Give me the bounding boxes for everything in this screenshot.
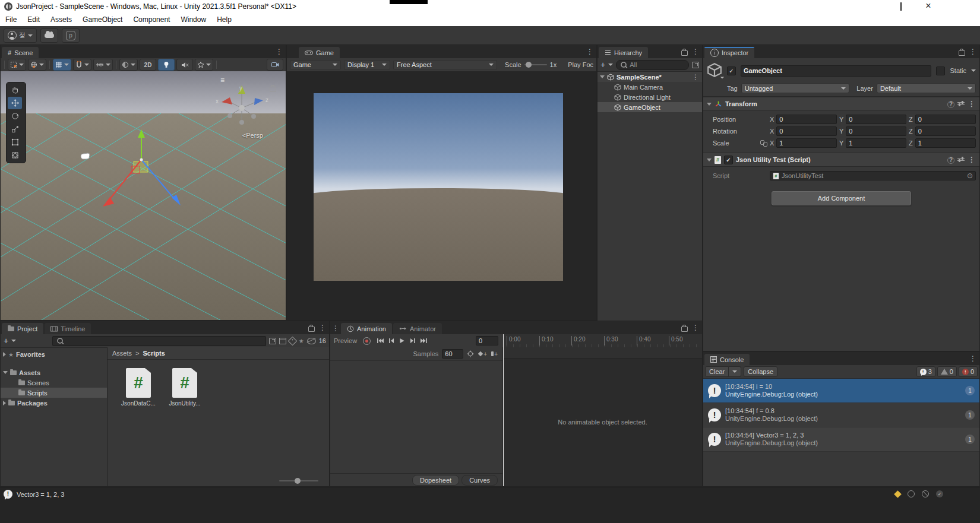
snap-toggle-dropdown[interactable] [73,59,91,71]
tab-hierarchy[interactable]: Hierarchy [599,47,648,58]
script-object-field[interactable]: JsonUtilityTest [770,171,976,180]
playhead[interactable] [503,334,504,486]
lighting-toggle[interactable] [158,59,175,71]
tree-item-scenes[interactable]: Scenes [1,378,107,388]
effects-dropdown[interactable] [195,59,213,71]
preview-toggle[interactable]: Preview [334,337,357,344]
hierarchy-scene-row[interactable]: SampleScene* [598,72,702,82]
console-entry[interactable]: [10:34:54] Vector3 = 1, 2, 3 UnityEngine… [703,427,979,452]
static-checkbox[interactable] [936,66,945,75]
hidden-count-icon[interactable] [307,338,316,344]
constrain-proportions-icon[interactable] [760,140,767,146]
gizmo-lock-icon[interactable] [270,87,276,92]
increment-snap-dropdown[interactable] [93,59,113,71]
gameobject-icon[interactable] [707,62,722,79]
status-message[interactable]: Vector3 = 1, 2, 3 [17,491,64,498]
script-enabled-checkbox[interactable] [724,156,733,164]
asset-jsondatacontainer[interactable]: JsonDataC... [119,368,157,407]
chevron-down-icon[interactable] [11,340,16,342]
open-search-window-icon[interactable] [692,62,699,68]
transform-tool[interactable] [8,149,22,161]
panel-kebab-icon[interactable] [331,324,340,332]
tree-item-assets[interactable]: Assets [1,367,107,378]
menu-help[interactable]: Help [211,15,237,24]
inspector-menu-kebab-icon[interactable] [969,47,977,56]
chevron-down-icon[interactable] [608,64,613,66]
scale-slider[interactable] [524,64,547,65]
scale-tool[interactable] [8,123,22,135]
perspective-label[interactable]: <Persp [242,132,263,139]
menu-gameobject[interactable]: GameObject [77,15,128,24]
keyframe-target-icon[interactable] [467,350,474,357]
move-gizmo[interactable] [90,119,197,214]
camera-settings-button[interactable] [267,59,283,71]
overlay-menu-icon[interactable] [220,76,225,84]
expander-icon[interactable] [707,103,712,106]
lock-icon[interactable] [681,327,688,332]
breadcrumb-current[interactable]: Scripts [143,350,165,357]
tool-select-dropdown[interactable] [8,59,26,71]
frame-field[interactable]: 0 [476,336,498,346]
help-icon[interactable] [947,156,954,164]
menu-component[interactable]: Component [128,15,175,24]
dopesheet-button[interactable]: Dopesheet [412,475,459,486]
menu-assets[interactable]: Assets [45,15,77,24]
scene-menu-kebab-icon[interactable] [275,47,283,56]
hierarchy-menu-kebab-icon[interactable] [691,47,700,56]
minimize-button[interactable] [860,0,887,13]
layer-dropdown[interactable]: Default [877,83,976,93]
maximize-button[interactable] [887,0,915,13]
collapse-button[interactable]: Collapse [744,366,777,377]
game-mode-dropdown[interactable]: Game [290,60,341,70]
collab-offline-icon[interactable] [922,490,929,497]
warning-filter-button[interactable]: 0 [937,366,957,377]
active-checkbox[interactable] [727,66,736,75]
lock-icon[interactable] [308,327,315,332]
script-component-header[interactable]: Json Utility Test (Script) [703,153,979,167]
audio-toggle[interactable] [176,59,193,71]
samples-field[interactable]: 60 [442,349,463,359]
pivot-dropdown[interactable] [28,59,46,71]
error-filter-button[interactable]: 0 [959,366,978,377]
move-tool[interactable] [8,97,22,109]
object-picker-icon[interactable] [967,172,973,180]
record-button[interactable] [363,337,371,345]
hierarchy-item-gameobject[interactable]: GameObject [598,102,702,112]
lock-icon[interactable] [959,50,965,56]
tab-animation[interactable]: Animation [341,323,392,334]
anim-play-button[interactable] [399,338,405,344]
rotate-tool[interactable] [8,110,22,122]
tab-project[interactable]: Project [2,323,43,334]
goto-start-button[interactable] [377,338,384,344]
add-keyframe-icon[interactable]: + [478,351,487,357]
preset-icon[interactable] [957,157,965,163]
rotation-y-field[interactable]: 0 [846,126,906,136]
scene-row-kebab-icon[interactable] [691,73,700,81]
menu-file[interactable]: File [0,15,22,24]
rotation-z-field[interactable]: 0 [915,126,976,136]
component-kebab-icon[interactable] [968,100,976,108]
play-focused-dropdown[interactable]: Play Foc [568,61,593,68]
previous-frame-button[interactable] [388,338,395,344]
expander-icon[interactable] [600,75,605,78]
code-coverage-ok-icon[interactable] [936,490,943,497]
tab-console[interactable]: Console [704,354,750,365]
tab-timeline[interactable]: Timeline [45,323,91,334]
add-component-button[interactable]: Add Component [772,191,911,205]
hierarchy-item-main-camera[interactable]: Main Camera [598,82,702,92]
tab-animator[interactable]: Animator [393,323,442,334]
rect-tool[interactable] [8,136,22,148]
scale-y-field[interactable]: 1 [846,138,906,148]
project-search-input[interactable] [52,336,266,346]
expander-icon[interactable] [3,352,6,357]
aspect-dropdown[interactable]: Free Aspect [393,60,497,70]
info-filter-button[interactable]: 3 [916,366,935,377]
tree-item-packages[interactable]: Packages [1,398,107,408]
close-button[interactable] [915,0,942,13]
console-entry[interactable]: [10:34:54] i = 10 UnityEngine.Debug:Log … [703,379,979,403]
next-frame-button[interactable] [409,338,416,344]
2d-toggle[interactable]: 2D [140,59,156,71]
expander-icon[interactable] [707,159,712,161]
expander-icon[interactable] [3,371,8,374]
open-search-window-icon[interactable] [269,338,276,344]
